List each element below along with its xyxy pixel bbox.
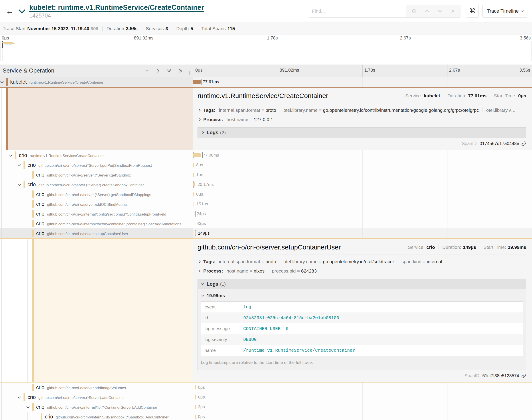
tags-toggle[interactable]: Tags: internal.span.format=protootel.lib… xyxy=(198,105,526,115)
detail-left-strip xyxy=(0,88,193,150)
indent-guide xyxy=(19,189,19,199)
span-duration-label: 1μs xyxy=(196,172,203,177)
trace-minimap: 0μs 891.02ms 1.78s 2.67s 3.56s xyxy=(0,35,532,64)
collapse-all-double-chevron-down-icon[interactable] xyxy=(167,68,172,73)
span-name-cell: criogithub.com/cri-o/cri-o/internal/conf… xyxy=(0,209,193,219)
span-row[interactable]: criogithub.com/cri-o/cri-o/server.(*Serv… xyxy=(0,170,532,180)
indent-guide xyxy=(1,383,1,392)
column-resizer-handle[interactable] xyxy=(189,71,191,75)
logs-toggle[interactable]: Logs (1) xyxy=(198,279,526,289)
span-row[interactable]: criogithub.com/cri-o/cri-o/server.addIma… xyxy=(0,383,532,392)
span-expand-chevron-icon[interactable] xyxy=(0,80,3,83)
span-expand-chevron-icon[interactable] xyxy=(9,153,12,157)
span-row[interactable]: criogithub.com/cri-o/cri-o/server.(*Serv… xyxy=(0,189,532,199)
view-mode-label: Trace Timeline xyxy=(487,8,519,14)
ruler-tick-label: 3.56s xyxy=(519,68,530,73)
process-toggle[interactable]: Process: host.name=nixosprocess.pid=6242… xyxy=(198,266,526,276)
span-duration-label: 0μs xyxy=(198,385,205,390)
indent-guide xyxy=(19,228,19,238)
tags-toggle[interactable]: Tags: internal.span.format=protootel.lib… xyxy=(198,257,526,266)
expand-collapse-controls xyxy=(144,68,184,73)
span-expand-chevron-icon[interactable] xyxy=(18,163,21,166)
trace-depth: Depth5 xyxy=(176,26,193,31)
collapse-one-chevron-down-icon[interactable] xyxy=(144,69,149,73)
span-row[interactable]: criogithub.com/cri-o/cri-o/server.(*Serv… xyxy=(0,180,532,189)
span-timeline-cell: 8μs xyxy=(193,160,532,170)
expand-one-chevron-right-icon[interactable] xyxy=(156,68,160,73)
indent-guide xyxy=(19,219,19,228)
copy-link-icon[interactable] xyxy=(521,141,526,146)
log-field-row: log.messageCONTAINER USER: 0 xyxy=(201,323,523,334)
span-detail-panel: runtime.v1.RuntimeService/CreateContaine… xyxy=(193,88,532,150)
span-service-name: crio xyxy=(45,414,53,420)
span-service-name: crio xyxy=(36,201,44,207)
span-row[interactable]: criogithub.com/cri-o/cri-o/server.setupC… xyxy=(0,228,532,238)
span-row[interactable]: criogithub.com/cri-o/cri-o/internal/lib.… xyxy=(0,402,532,412)
view-mode-dropdown[interactable]: Trace Timeline xyxy=(482,5,528,17)
span-expand-chevron-icon[interactable] xyxy=(26,405,30,408)
spanid-row: SpanID: 51cf7f38e5128574 xyxy=(198,373,526,378)
tick-label: 2.67s xyxy=(400,35,411,41)
indent-guide xyxy=(1,160,1,170)
find-icon-group xyxy=(406,5,461,17)
minimap-span-bar xyxy=(4,43,15,44)
tick-label: 0μs xyxy=(2,35,9,41)
span-color-bar xyxy=(24,161,25,169)
span-color-bar xyxy=(24,181,25,188)
indent-guide xyxy=(19,402,19,412)
span-duration-label: 24μs xyxy=(197,211,206,216)
span-duration-bar xyxy=(195,231,196,235)
service-operation-title: Service & Operation xyxy=(3,67,54,74)
span-service-name: crio xyxy=(36,404,44,410)
span-row[interactable]: criogithub.com/cri-o/cri-o/server.(*Serv… xyxy=(0,392,532,402)
divider xyxy=(141,26,142,31)
span-row[interactable]: criogithub.com/cri-o/cri-o/internal/conf… xyxy=(0,209,532,219)
span-row[interactable]: criogithub.com/cri-o/cri-o/internal/fact… xyxy=(0,219,532,228)
span-row[interactable]: criogithub.com/cri-o/cri-o/server.(*Serv… xyxy=(0,160,532,170)
find-next-chevron-down-icon[interactable] xyxy=(437,8,443,14)
trace-title-link[interactable]: kubelet: runtime.v1.RuntimeService/Creat… xyxy=(29,3,204,12)
span-duration-bar xyxy=(195,405,196,409)
span-row[interactable]: kubeletruntime.v1.RuntimeService/CreateC… xyxy=(0,77,532,87)
span-color-bar xyxy=(32,229,34,237)
logs-toggle[interactable]: Logs (2) xyxy=(198,127,526,138)
minimap-span-bar xyxy=(2,42,13,43)
span-expand-chevron-icon[interactable] xyxy=(18,395,21,399)
trace-collapse-chevron-icon[interactable] xyxy=(18,7,25,14)
span-service-name: crio xyxy=(36,211,44,217)
span-duration-label: 43μs xyxy=(197,221,206,226)
span-color-bar xyxy=(41,413,42,420)
back-arrow-icon[interactable]: ← xyxy=(6,7,14,15)
span-operation-name: github.com/cri-o/cri-o/internal/factory/… xyxy=(47,222,181,226)
span-timeline-cell: 0μs xyxy=(193,383,532,392)
span-row[interactable]: crioruntime.v1.RuntimeService/CreateCont… xyxy=(0,150,532,160)
tag-item: host.name=127.0.0.1 xyxy=(227,117,273,122)
find-clear-x-icon[interactable] xyxy=(450,8,455,14)
find-input[interactable] xyxy=(308,5,406,17)
chevron-right-icon xyxy=(198,270,200,272)
span-operation-name: github.com/cri-o/cri-o/server.(*Server).… xyxy=(47,173,131,177)
span-service-name: crio xyxy=(36,230,44,236)
span-duration-label: 151μs xyxy=(196,202,208,207)
expand-all-double-chevron-right-icon[interactable] xyxy=(178,68,184,73)
span-timeline-cell: 77.08ms xyxy=(193,150,532,160)
span-detail-title: github.com/cri-o/cri-o/server.setupConta… xyxy=(198,243,341,251)
span-name-cell: criogithub.com/cri-o/cri-o/server.(*Serv… xyxy=(0,189,193,199)
copy-link-icon[interactable] xyxy=(521,374,526,378)
span-color-bar xyxy=(32,171,34,179)
minimap-canvas[interactable] xyxy=(0,41,532,61)
process-toggle[interactable]: Process: host.name=127.0.0.1 xyxy=(198,115,526,124)
keyboard-shortcuts-button[interactable]: ⌘ xyxy=(466,5,479,17)
span-expand-chevron-icon[interactable] xyxy=(18,183,21,186)
indent-guide xyxy=(19,239,19,382)
focus-target-icon[interactable] xyxy=(411,8,417,14)
span-timeline-cell: 6μs xyxy=(193,392,532,402)
log-entry-toggle[interactable]: 19.99ms xyxy=(201,293,523,298)
span-operation-name: github.com/cri-o/cri-o/server.(*Server).… xyxy=(38,396,125,400)
span-row[interactable]: criogithub.com/cri-o/cri-o/server.addOCI… xyxy=(0,199,532,209)
page-header: ← kubelet: runtime.v1.RuntimeService/Cre… xyxy=(0,0,532,22)
log-field-row: name/runtime.v1.RuntimeService/CreateCon… xyxy=(201,345,523,356)
find-prev-chevron-up-icon[interactable] xyxy=(424,8,430,14)
span-row[interactable]: criogithub.com/cri-o/cri-o/internal/lib/… xyxy=(0,412,532,420)
trace-timeline-page: ← kubelet: runtime.v1.RuntimeService/Cre… xyxy=(0,0,532,420)
